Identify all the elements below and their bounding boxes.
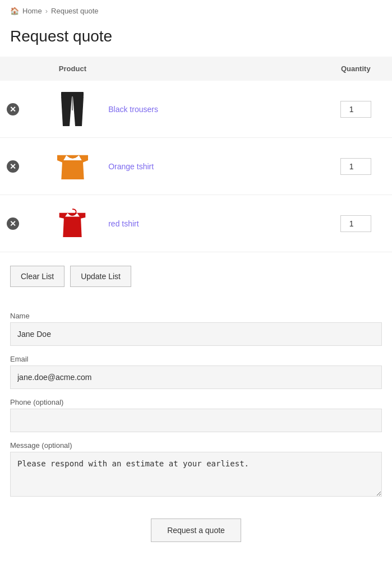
phone-label: Phone (optional)	[10, 398, 382, 406]
clear-list-button[interactable]: Clear List	[10, 266, 64, 287]
name-input[interactable]	[10, 322, 382, 346]
email-field-group: Email	[10, 355, 382, 389]
breadcrumb: 🏠 Home › Request quote	[0, 0, 392, 22]
remove-item-button-1[interactable]: ✕	[7, 103, 19, 115]
quote-table: Product Quantity ✕ Black trousers ✕	[0, 57, 392, 252]
product-name-cell: red tshirt	[102, 195, 319, 252]
quantity-cell	[320, 195, 392, 252]
product-name-cell: Black trousers	[102, 81, 319, 138]
message-field-group: Message (optional) Please respond with a…	[10, 441, 382, 498]
svg-rect-0	[61, 92, 84, 96]
table-header-row: Product Quantity	[0, 57, 392, 81]
product-image-cell	[44, 81, 102, 138]
col-header-product: Product	[44, 57, 102, 81]
contact-form: Name Email Phone (optional) Message (opt…	[0, 300, 392, 498]
remove-icon-2: ✕	[7, 160, 19, 173]
submit-button[interactable]: Request a quote	[151, 519, 241, 542]
table-row: ✕ Black trousers	[0, 81, 392, 138]
table-row: ✕ red tshirt	[0, 195, 392, 252]
email-label: Email	[10, 355, 382, 363]
phone-input[interactable]	[10, 409, 382, 432]
update-list-button[interactable]: Update List	[70, 266, 131, 287]
name-label: Name	[10, 312, 382, 320]
quantity-input-1[interactable]	[340, 101, 371, 118]
product-name-cell: Orange tshirt	[102, 138, 319, 195]
remove-item-button-2[interactable]: ✕	[7, 160, 19, 173]
product-image	[57, 91, 88, 127]
product-image	[57, 148, 88, 184]
quantity-input-3[interactable]	[340, 215, 371, 232]
message-label: Message (optional)	[10, 441, 382, 450]
name-field-group: Name	[10, 312, 382, 346]
page-title: Request quote	[0, 22, 392, 57]
message-textarea[interactable]: Please respond with an estimate at your …	[10, 452, 382, 497]
col-header-empty	[102, 57, 319, 81]
quantity-input-2[interactable]	[340, 158, 371, 175]
svg-marker-4	[61, 160, 84, 179]
phone-field-group: Phone (optional)	[10, 398, 382, 432]
product-name-link-3[interactable]: red tshirt	[108, 219, 139, 228]
quantity-cell	[320, 138, 392, 195]
remove-icon-1: ✕	[7, 103, 19, 115]
home-icon: 🏠	[10, 7, 19, 15]
breadcrumb-home-link[interactable]: Home	[22, 7, 42, 15]
quantity-cell	[320, 81, 392, 138]
col-header-quantity: Quantity	[320, 57, 392, 81]
submit-row: Request a quote	[0, 507, 392, 559]
product-image	[57, 205, 88, 242]
actions-row: Clear List Update List	[0, 252, 392, 300]
email-input[interactable]	[10, 365, 382, 389]
table-row: ✕ Orange tshirt	[0, 138, 392, 195]
svg-marker-1	[61, 96, 72, 126]
breadcrumb-separator: ›	[45, 7, 48, 15]
product-name-link-2[interactable]: Orange tshirt	[108, 162, 154, 171]
svg-marker-2	[73, 96, 84, 126]
col-header-remove	[0, 57, 44, 81]
remove-icon-3: ✕	[7, 217, 19, 230]
product-image-cell	[44, 138, 102, 195]
svg-marker-7	[63, 216, 82, 237]
remove-item-button-3[interactable]: ✕	[7, 217, 19, 230]
product-name-link-1[interactable]: Black trousers	[108, 105, 158, 114]
product-image-cell	[44, 195, 102, 252]
breadcrumb-current: Request quote	[51, 7, 99, 15]
